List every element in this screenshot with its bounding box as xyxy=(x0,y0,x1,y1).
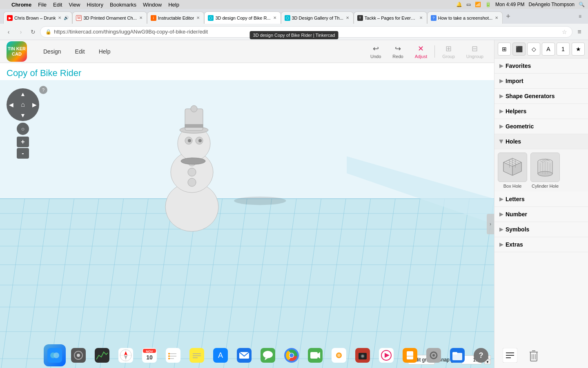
menu-chrome[interactable]: Chrome xyxy=(11,2,31,8)
menu-window[interactable]: Window xyxy=(143,2,162,8)
tab-overflow-button[interactable]: ≡ xyxy=(575,13,585,19)
tab-tinkercad[interactable]: ⬡ 3D design Copy of Bike R... ✕ xyxy=(204,11,281,24)
dock-chrome[interactable] xyxy=(281,344,303,366)
dock-calendar[interactable]: NOV10 xyxy=(138,344,160,366)
tab-youtube[interactable]: ▶ Chris Brown – Drunk ✕ 🔊 xyxy=(3,11,72,24)
nav-left[interactable]: ◀ xyxy=(9,101,13,108)
tab-instructable[interactable]: i Instructable Editor ✕ xyxy=(147,11,205,24)
menu-history[interactable]: History xyxy=(87,2,103,8)
nav-up[interactable]: ▲ xyxy=(20,91,26,97)
category-letters[interactable]: ▶ Letters xyxy=(494,192,588,207)
dock-ibooks[interactable] xyxy=(399,344,421,366)
nav-design[interactable]: Design xyxy=(37,46,68,57)
back-button[interactable]: ‹ xyxy=(3,27,14,37)
dock-photos[interactable] xyxy=(328,344,350,366)
new-tab-button[interactable]: + xyxy=(503,12,514,21)
tab-mute-youtube[interactable]: 🔊 xyxy=(64,16,69,20)
dock-trash[interactable] xyxy=(523,344,545,366)
dock-app-store[interactable]: A xyxy=(209,344,232,366)
nav-down[interactable]: ▼ xyxy=(20,112,26,119)
tab-screenshot[interactable]: ? How to take a screenshot... ✕ xyxy=(427,11,503,24)
nav-right[interactable]: ▶ xyxy=(32,101,37,108)
search-icon[interactable]: 🔍 xyxy=(579,2,585,7)
dock-system-preferences[interactable] xyxy=(423,344,445,366)
text-view-button[interactable]: A xyxy=(542,43,555,56)
dock-file-manager[interactable] xyxy=(446,344,468,366)
viewport[interactable]: ▲ ▼ ◀ ▶ ⌂ ○ + - ? › xyxy=(0,80,494,368)
group-button[interactable]: ⊞ Group xyxy=(438,43,459,61)
redo-button[interactable]: ↪ Redo xyxy=(388,43,407,61)
tab-tackk[interactable]: T Tackk – Pages for Everyt... ✕ xyxy=(354,11,427,24)
box-view-button[interactable]: ⬛ xyxy=(512,43,526,56)
wireframe-button[interactable]: ◇ xyxy=(527,43,540,56)
tab-gmail[interactable]: M 3D Printed Ornament Ch... ✕ xyxy=(72,11,147,24)
tab-title-youtube: Chris Brown – Drunk xyxy=(14,16,56,20)
nav-edit[interactable]: Edit xyxy=(69,46,91,57)
nav-ring[interactable]: ▲ ▼ ◀ ▶ ⌂ xyxy=(7,88,39,121)
toolbar-right: ↩ Undo ↪ Redo ✕ Adjust ⊞ Group xyxy=(366,43,488,61)
tab-gallery[interactable]: ⬡ 3D Design Gallery of Th... ✕ xyxy=(281,11,354,24)
svg-point-32 xyxy=(234,197,286,205)
dock-activity-monitor[interactable] xyxy=(91,344,113,366)
tinkercad-logo[interactable]: TIN KER CAD xyxy=(7,41,27,62)
dock-help[interactable]: ? xyxy=(470,344,492,366)
shape-generators-label: Shape Generators xyxy=(506,93,555,99)
category-holes[interactable]: ▶ Holes xyxy=(494,134,588,149)
nav-reset-button[interactable]: ○ xyxy=(17,123,29,135)
refresh-button[interactable]: ↻ xyxy=(28,27,38,37)
undo-button[interactable]: ↩ Undo xyxy=(366,43,385,61)
cylinder-hole-tile[interactable]: Cylinder Hole xyxy=(530,153,560,188)
category-symbols[interactable]: ▶ Symbols xyxy=(494,222,588,237)
dock-mail[interactable] xyxy=(233,344,255,366)
tab-close-gallery[interactable]: ✕ xyxy=(345,15,350,21)
category-favorites[interactable]: ▶ Favorites xyxy=(494,58,588,74)
dock-photo-booth[interactable] xyxy=(352,344,374,366)
dock-safari[interactable] xyxy=(115,344,137,366)
category-number[interactable]: ▶ Number xyxy=(494,207,588,222)
dock-messages[interactable] xyxy=(257,344,279,366)
zoom-in-button[interactable]: + xyxy=(17,137,29,147)
view-controls: ⊞ ⬛ ◇ A 1 ★ xyxy=(494,40,588,58)
dock-launchpad[interactable] xyxy=(67,344,89,366)
tab-close-screenshot[interactable]: ✕ xyxy=(494,15,499,21)
chrome-menu-button[interactable]: ≡ xyxy=(574,27,585,37)
dock-text-edit[interactable] xyxy=(499,344,521,366)
dock-itunes[interactable] xyxy=(375,344,397,366)
menu-edit[interactable]: Edit xyxy=(53,2,62,8)
tab-favicon-instructable: i xyxy=(151,15,156,21)
category-extras[interactable]: ▶ Extras xyxy=(494,237,588,252)
tab-close-tinkercad[interactable]: ✕ xyxy=(272,15,277,21)
nav-help[interactable]: Help xyxy=(92,46,117,57)
category-import[interactable]: ▶ Import xyxy=(494,74,588,89)
forward-button[interactable]: › xyxy=(16,27,26,37)
menu-view[interactable]: View xyxy=(69,2,80,8)
bookmark-star[interactable]: ☆ xyxy=(562,29,567,35)
ungroup-button[interactable]: ⊟ Ungroup xyxy=(462,43,488,61)
grid-view-button[interactable]: ⊞ xyxy=(498,43,511,56)
menu-file[interactable]: File xyxy=(38,2,47,8)
dock-finder[interactable] xyxy=(44,344,66,366)
menu-help[interactable]: Help xyxy=(168,2,179,8)
adjust-button[interactable]: ✕ Adjust xyxy=(411,43,432,61)
zoom-out-button[interactable]: - xyxy=(17,148,29,159)
dock-facetime[interactable] xyxy=(304,344,326,366)
tab-close-instructable[interactable]: ✕ xyxy=(196,15,200,21)
panel-collapse-button[interactable]: › xyxy=(487,214,494,234)
group-label: Group xyxy=(442,54,455,59)
category-geometric[interactable]: ▶ Geometric xyxy=(494,119,588,134)
category-helpers[interactable]: ▶ Helpers xyxy=(494,104,588,119)
dock-notes[interactable] xyxy=(186,344,208,366)
tab-close-gmail[interactable]: ✕ xyxy=(138,15,143,21)
number-view-button[interactable]: 1 xyxy=(557,43,570,56)
box-hole-label: Box Hole xyxy=(503,184,522,188)
favorites-view-button[interactable]: ★ xyxy=(572,43,585,56)
mac-dock: NOV10 A ? xyxy=(0,339,588,368)
tab-close-youtube[interactable]: ✕ xyxy=(57,15,62,21)
menu-bookmarks[interactable]: Bookmarks xyxy=(110,2,136,8)
tab-close-tackk[interactable]: ✕ xyxy=(419,15,423,21)
category-shape-generators[interactable]: ▶ Shape Generators xyxy=(494,89,588,104)
nav-home-icon[interactable]: ⌂ xyxy=(21,101,25,108)
nav-help-button[interactable]: ? xyxy=(39,86,47,94)
dock-reminders[interactable] xyxy=(162,344,184,366)
box-hole-tile[interactable]: Box Hole xyxy=(498,153,527,188)
